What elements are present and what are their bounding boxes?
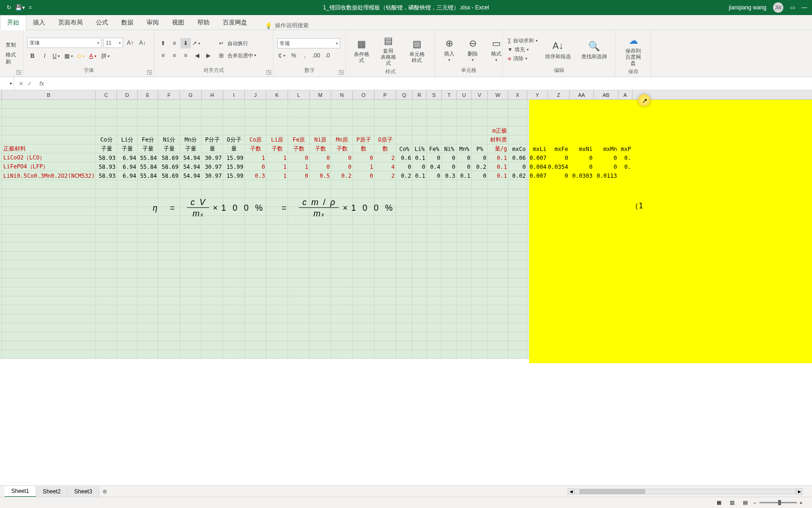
cell[interactable]: 子数 — [310, 144, 331, 153]
cell[interactable]: 量 — [202, 144, 223, 153]
minimize-icon[interactable]: — — [802, 4, 807, 11]
cell[interactable]: 58.93 — [96, 162, 117, 171]
cell[interactable]: 0.06 — [508, 153, 527, 162]
cell[interactable]: 0.1 — [488, 153, 508, 162]
col-header-G[interactable]: G — [180, 90, 202, 99]
cell[interactable]: Mn原 — [331, 135, 353, 144]
cell[interactable]: 子数 — [245, 144, 266, 153]
cell[interactable]: Mn% — [457, 144, 472, 153]
sheet-tab-3[interactable]: Sheet3 — [68, 486, 99, 497]
cell[interactable]: 0 — [310, 153, 331, 162]
name-box[interactable]: ▾ — [0, 77, 14, 90]
cell[interactable]: 正极材料 — [2, 144, 96, 153]
cell[interactable]: 0.02 — [508, 171, 527, 180]
col-header-A[interactable]: A — [618, 90, 632, 99]
enter-formula-icon[interactable]: ✓ — [27, 80, 32, 87]
cell[interactable]: LiFePO4（LFP） — [2, 162, 96, 171]
cell[interactable]: 子数 — [288, 144, 310, 153]
fill-color-button[interactable]: ◇▾ — [76, 51, 86, 61]
cell[interactable]: mxLi — [527, 144, 548, 153]
col-header-K[interactable]: K — [266, 90, 288, 99]
cell[interactable]: 6.94 — [117, 153, 138, 162]
cell[interactable]: 58.93 — [96, 171, 117, 180]
cell[interactable]: 0.0303 — [570, 171, 594, 180]
cell[interactable]: 0.3 — [245, 171, 266, 180]
cell[interactable]: 1 — [245, 153, 266, 162]
cell[interactable]: 0.5 — [310, 171, 331, 180]
cell[interactable]: 0 — [472, 171, 488, 180]
conditional-format-button[interactable]: ▦条件格式 — [350, 35, 374, 65]
cell[interactable]: Li原 — [266, 135, 288, 144]
decrease-indent-icon[interactable]: ◀ — [192, 50, 202, 61]
fill-button[interactable]: ▼填充▾ — [507, 46, 539, 54]
col-header-N[interactable]: N — [331, 90, 353, 99]
cell[interactable]: 0 — [457, 162, 472, 171]
cell[interactable]: 0.007 — [527, 171, 548, 180]
cell[interactable]: P原子 — [353, 135, 375, 144]
decrease-font-icon[interactable]: A↓ — [137, 38, 148, 48]
cell[interactable]: 子数 — [331, 144, 353, 153]
col-header-L[interactable]: L — [288, 90, 310, 99]
autosum-button[interactable]: ∑自动求和▾ — [507, 37, 539, 45]
scroll-left-icon[interactable]: ◀ — [568, 488, 574, 495]
col-header-E[interactable]: E — [138, 90, 158, 99]
fx-icon[interactable]: fx — [37, 80, 47, 87]
column-headers[interactable]: BCDEFGHIJKLMNOPQRSTUVWXYZAAABA — [0, 90, 812, 100]
sheet-tab-1[interactable]: Sheet1 — [5, 486, 36, 497]
tab-layout[interactable]: 页面布局 — [52, 16, 89, 30]
scroll-right-icon[interactable]: ▶ — [796, 488, 803, 495]
cell[interactable]: 数 — [353, 144, 375, 153]
cell[interactable]: 0 — [353, 171, 375, 180]
align-top-icon[interactable]: ⬆ — [158, 38, 168, 48]
col-header-H[interactable]: H — [202, 90, 223, 99]
cell[interactable]: 子量 — [138, 144, 158, 153]
scroll-thumb[interactable] — [579, 489, 645, 494]
cell[interactable]: 1 — [266, 153, 288, 162]
cancel-formula-icon[interactable]: ✕ — [19, 80, 23, 87]
cell[interactable]: 55.84 — [138, 162, 158, 171]
col-header-AB[interactable]: AB — [594, 90, 618, 99]
cell[interactable]: 0 — [594, 162, 618, 171]
col-header-P[interactable]: P — [375, 90, 396, 99]
cell[interactable]: 58.69 — [158, 162, 180, 171]
currency-icon[interactable]: ₵▾ — [277, 50, 288, 61]
border-button[interactable]: ▦▾ — [64, 51, 74, 61]
redo-icon[interactable]: ↻ — [7, 4, 11, 11]
cell[interactable]: 55.84 — [138, 153, 158, 162]
cell[interactable]: 0.1 — [488, 171, 508, 180]
cell[interactable]: 54.94 — [180, 171, 202, 180]
col-header-Y[interactable]: Y — [527, 90, 548, 99]
page-break-icon[interactable]: ▤ — [740, 499, 750, 507]
number-format-select[interactable]: 常规▾ — [277, 38, 340, 48]
bold-button[interactable]: B — [27, 51, 38, 61]
cell[interactable]: Li% — [413, 144, 427, 153]
ribbon-display-icon[interactable]: ▭ — [790, 4, 795, 11]
cell[interactable]: 0 — [427, 153, 442, 162]
cell[interactable]: 0.2 — [396, 171, 413, 180]
number-launcher[interactable]: ⬊ — [339, 70, 344, 75]
cell[interactable]: O分子 — [223, 135, 245, 144]
cell[interactable]: 1 — [353, 162, 375, 171]
cell[interactable]: 0.6 — [396, 153, 413, 162]
col-header-O[interactable]: O — [353, 90, 375, 99]
worksheet-grid[interactable]: BCDEFGHIJKLMNOPQRSTUVWXYZAAABA η= cVmx ×… — [0, 90, 812, 363]
col-header-M[interactable]: M — [310, 90, 331, 99]
font-size-select[interactable]: 11▾ — [103, 38, 123, 48]
cell[interactable] — [618, 171, 632, 180]
align-bottom-icon[interactable]: ⬇ — [180, 38, 191, 48]
cell[interactable]: 58.93 — [96, 153, 117, 162]
avatar[interactable]: JW — [773, 2, 783, 13]
cell[interactable]: Fe分 — [138, 135, 158, 144]
cell[interactable]: 0 — [245, 162, 266, 171]
tab-view[interactable]: 视图 — [165, 16, 191, 30]
normal-view-icon[interactable]: ▦ — [714, 499, 724, 507]
wrap-text-icon[interactable]: ↵ — [216, 38, 226, 48]
cell[interactable]: 0.004 — [527, 162, 548, 171]
cell[interactable]: 子量 — [180, 144, 202, 153]
cell[interactable]: 材料质 — [488, 135, 508, 144]
cell[interactable]: 0 — [442, 162, 457, 171]
page-layout-icon[interactable]: ▥ — [727, 499, 737, 507]
cell[interactable]: 0 — [331, 162, 353, 171]
cell[interactable]: 0.1 — [413, 153, 427, 162]
cell[interactable]: Co原 — [245, 135, 266, 144]
